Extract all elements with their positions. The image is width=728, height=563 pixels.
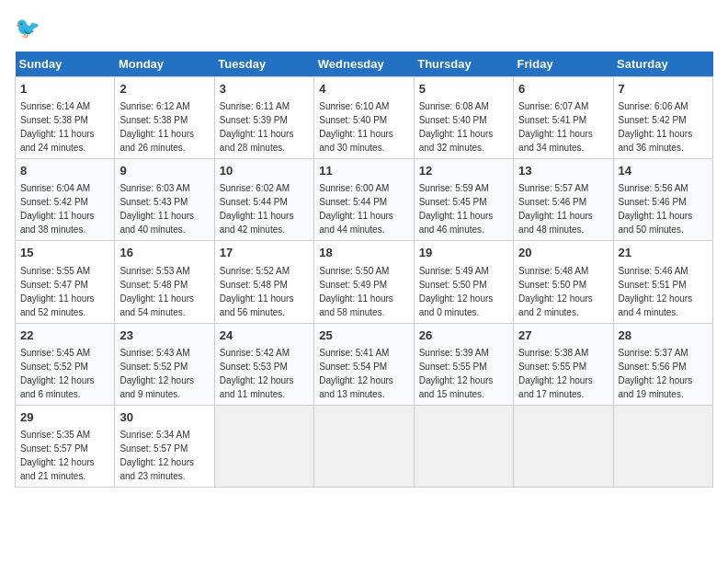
calendar-cell: 2 Sunrise: 6:12 AM Sunset: 5:38 PM Dayli…	[115, 77, 214, 159]
calendar-week-1: 1 Sunrise: 6:14 AM Sunset: 5:38 PM Dayli…	[16, 77, 713, 159]
day-sunset: Sunset: 5:46 PM	[619, 197, 687, 207]
day-number: 4	[319, 81, 408, 98]
day-sunset: Sunset: 5:50 PM	[419, 280, 487, 290]
day-number: 15	[20, 245, 109, 261]
day-number: 23	[119, 327, 209, 344]
day-daylight: Daylight: 11 hours and 26 minutes.	[119, 129, 194, 153]
weekday-header-saturday: Saturday	[613, 52, 712, 77]
day-daylight: Daylight: 11 hours and 42 minutes.	[220, 211, 294, 235]
logo-icon: 🐦	[15, 15, 44, 44]
calendar-week-3: 15 Sunrise: 5:55 AM Sunset: 5:47 PM Dayl…	[16, 241, 713, 323]
day-sunrise: Sunrise: 6:14 AM	[20, 101, 90, 111]
day-sunset: Sunset: 5:47 PM	[20, 280, 88, 290]
day-number: 28	[619, 327, 708, 344]
day-daylight: Daylight: 11 hours and 46 minutes.	[419, 211, 494, 235]
day-sunrise: Sunrise: 5:41 AM	[319, 348, 389, 358]
day-number: 2	[119, 81, 209, 98]
page-header: 🐦	[15, 15, 713, 44]
day-sunrise: Sunrise: 5:49 AM	[419, 266, 489, 276]
calendar-cell: 12 Sunrise: 5:59 AM Sunset: 5:45 PM Dayl…	[414, 159, 513, 241]
calendar-cell	[613, 405, 712, 487]
day-number: 16	[119, 245, 209, 261]
day-daylight: Daylight: 12 hours and 2 minutes.	[518, 293, 593, 317]
day-sunset: Sunset: 5:39 PM	[220, 115, 288, 125]
day-sunset: Sunset: 5:54 PM	[319, 362, 387, 372]
day-daylight: Daylight: 12 hours and 6 minutes.	[20, 375, 95, 399]
day-sunset: Sunset: 5:57 PM	[20, 443, 88, 454]
calendar-cell: 4 Sunrise: 6:10 AM Sunset: 5:40 PM Dayli…	[314, 77, 414, 159]
calendar-cell: 18 Sunrise: 5:50 AM Sunset: 5:49 PM Dayl…	[314, 241, 414, 323]
day-sunset: Sunset: 5:40 PM	[319, 115, 387, 125]
svg-text:🐦: 🐦	[15, 16, 40, 40]
day-sunrise: Sunrise: 6:06 AM	[619, 101, 688, 111]
day-daylight: Daylight: 11 hours and 54 minutes.	[119, 293, 194, 317]
day-number: 14	[619, 163, 708, 179]
calendar-cell: 19 Sunrise: 5:49 AM Sunset: 5:50 PM Dayl…	[414, 241, 513, 323]
calendar-table: SundayMondayTuesdayWednesdayThursdayFrid…	[15, 52, 713, 488]
day-sunset: Sunset: 5:46 PM	[518, 197, 586, 207]
calendar-cell: 7 Sunrise: 6:06 AM Sunset: 5:42 PM Dayli…	[613, 77, 712, 159]
weekday-header-row: SundayMondayTuesdayWednesdayThursdayFrid…	[16, 52, 713, 77]
day-sunrise: Sunrise: 5:34 AM	[119, 430, 189, 440]
day-daylight: Daylight: 12 hours and 13 minutes.	[319, 375, 393, 399]
day-sunset: Sunset: 5:51 PM	[619, 280, 687, 290]
calendar-cell: 14 Sunrise: 5:56 AM Sunset: 5:46 PM Dayl…	[613, 159, 712, 241]
day-sunset: Sunset: 5:56 PM	[619, 362, 687, 372]
day-number: 6	[518, 81, 608, 98]
calendar-cell: 23 Sunrise: 5:43 AM Sunset: 5:52 PM Dayl…	[115, 323, 214, 405]
day-sunrise: Sunrise: 6:02 AM	[220, 183, 290, 193]
day-sunrise: Sunrise: 6:03 AM	[119, 183, 189, 193]
calendar-cell: 1 Sunrise: 6:14 AM Sunset: 5:38 PM Dayli…	[16, 77, 115, 159]
calendar-cell: 27 Sunrise: 5:38 AM Sunset: 5:55 PM Dayl…	[514, 323, 613, 405]
day-daylight: Daylight: 11 hours and 52 minutes.	[20, 293, 95, 317]
day-daylight: Daylight: 11 hours and 38 minutes.	[20, 211, 95, 235]
day-sunset: Sunset: 5:42 PM	[619, 115, 687, 125]
day-daylight: Daylight: 11 hours and 56 minutes.	[220, 293, 294, 317]
calendar-cell: 29 Sunrise: 5:35 AM Sunset: 5:57 PM Dayl…	[16, 405, 115, 487]
day-daylight: Daylight: 12 hours and 11 minutes.	[220, 375, 294, 399]
day-sunrise: Sunrise: 5:35 AM	[20, 430, 90, 440]
day-sunset: Sunset: 5:53 PM	[220, 362, 288, 372]
day-number: 1	[20, 81, 109, 98]
calendar-cell	[314, 405, 414, 487]
day-number: 27	[518, 327, 608, 344]
day-sunset: Sunset: 5:41 PM	[518, 115, 586, 125]
day-daylight: Daylight: 12 hours and 19 minutes.	[619, 375, 693, 399]
calendar-cell: 13 Sunrise: 5:57 AM Sunset: 5:46 PM Dayl…	[514, 159, 613, 241]
day-daylight: Daylight: 11 hours and 28 minutes.	[220, 129, 294, 153]
day-sunrise: Sunrise: 5:53 AM	[119, 266, 189, 276]
calendar-cell	[414, 405, 513, 487]
day-sunrise: Sunrise: 5:52 AM	[220, 266, 290, 276]
calendar-cell	[514, 405, 613, 487]
day-daylight: Daylight: 12 hours and 0 minutes.	[419, 293, 494, 317]
day-sunset: Sunset: 5:38 PM	[20, 115, 88, 125]
day-sunrise: Sunrise: 5:43 AM	[119, 348, 189, 358]
day-daylight: Daylight: 11 hours and 40 minutes.	[119, 211, 194, 235]
day-number: 25	[319, 327, 408, 344]
day-daylight: Daylight: 11 hours and 50 minutes.	[619, 211, 693, 235]
day-daylight: Daylight: 11 hours and 36 minutes.	[619, 129, 693, 153]
day-sunrise: Sunrise: 5:59 AM	[419, 183, 489, 193]
calendar-cell: 17 Sunrise: 5:52 AM Sunset: 5:48 PM Dayl…	[214, 241, 313, 323]
day-sunrise: Sunrise: 6:12 AM	[119, 101, 189, 111]
day-number: 22	[20, 327, 109, 344]
day-number: 26	[419, 327, 508, 344]
day-daylight: Daylight: 11 hours and 34 minutes.	[518, 129, 593, 153]
day-daylight: Daylight: 11 hours and 44 minutes.	[319, 211, 393, 235]
day-sunrise: Sunrise: 5:46 AM	[619, 266, 688, 276]
calendar-week-4: 22 Sunrise: 5:45 AM Sunset: 5:52 PM Dayl…	[16, 323, 713, 405]
day-sunset: Sunset: 5:52 PM	[20, 362, 88, 372]
day-sunset: Sunset: 5:48 PM	[119, 280, 188, 290]
day-sunset: Sunset: 5:55 PM	[419, 362, 487, 372]
calendar-cell: 24 Sunrise: 5:42 AM Sunset: 5:53 PM Dayl…	[214, 323, 313, 405]
calendar-cell: 16 Sunrise: 5:53 AM Sunset: 5:48 PM Dayl…	[115, 241, 214, 323]
day-daylight: Daylight: 11 hours and 58 minutes.	[319, 293, 393, 317]
day-sunset: Sunset: 5:44 PM	[220, 197, 288, 207]
calendar-cell: 11 Sunrise: 6:00 AM Sunset: 5:44 PM Dayl…	[314, 159, 414, 241]
day-number: 12	[419, 163, 508, 179]
day-sunset: Sunset: 5:45 PM	[419, 197, 487, 207]
calendar-cell: 5 Sunrise: 6:08 AM Sunset: 5:40 PM Dayli…	[414, 77, 513, 159]
calendar-cell: 28 Sunrise: 5:37 AM Sunset: 5:56 PM Dayl…	[613, 323, 712, 405]
calendar-cell: 9 Sunrise: 6:03 AM Sunset: 5:43 PM Dayli…	[115, 159, 214, 241]
day-sunset: Sunset: 5:42 PM	[20, 197, 88, 207]
